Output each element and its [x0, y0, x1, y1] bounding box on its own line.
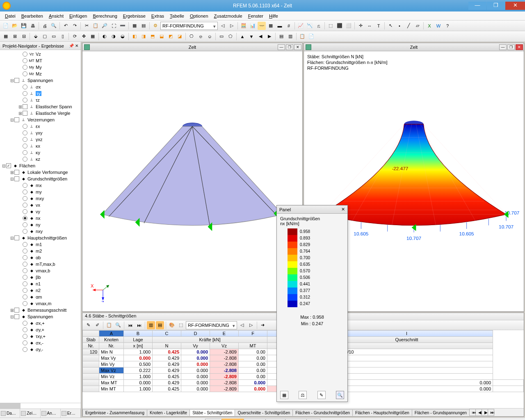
menu-berechnung[interactable]: Berechnung [90, 13, 119, 19]
status-raster[interactable]: RASTER [221, 419, 244, 420]
excel-icon[interactable]: X [425, 22, 434, 30]
results-icon[interactable]: 📊 [249, 22, 257, 30]
t2-g-icon[interactable]: ▲ [238, 32, 247, 41]
tb-go-icon[interactable]: ➜ [259, 321, 267, 329]
tree-item[interactable]: ◆n1 [0, 281, 81, 287]
tree-item[interactable]: ⊞◆Lokale Verformunge [0, 169, 81, 176]
select-poly-icon[interactable]: ⬠ [226, 32, 235, 41]
menu-optionen[interactable]: Optionen [187, 13, 211, 19]
view-min-icon[interactable]: — [499, 44, 507, 50]
tb-prev-icon[interactable]: ◁ [238, 321, 246, 329]
tree-item[interactable]: ◆σx,- [0, 340, 81, 346]
menu-fenster[interactable]: Fenster [246, 13, 266, 19]
t2-h-icon[interactable]: ▼ [247, 32, 256, 41]
cube4-icon[interactable]: ⬓ [158, 32, 166, 41]
t2-2-icon[interactable]: ⊞ [11, 32, 19, 41]
t2-b-icon[interactable]: ◑ [110, 32, 118, 41]
tb-copy-icon[interactable]: 📋 [105, 321, 113, 329]
cut-icon[interactable]: ✂ [82, 22, 91, 30]
dim-icon[interactable]: ↔ [365, 22, 374, 30]
view-max-icon[interactable]: ❐ [507, 44, 515, 50]
values-icon[interactable]: # [285, 22, 293, 30]
view-min-icon[interactable]: — [278, 44, 285, 50]
nav-next-icon[interactable]: ▷ [228, 22, 236, 30]
tree-item[interactable]: ⊟◆Flächen [0, 162, 81, 169]
pointer-icon[interactable]: ↖ [386, 22, 395, 30]
tool-c-icon[interactable]: ⬜ [345, 22, 353, 30]
t2-1-icon[interactable]: ▦ [2, 32, 10, 41]
view-max-icon[interactable]: ❐ [286, 44, 293, 50]
grid-tab[interactable]: Ergebnisse - Zusammenfassung [82, 409, 147, 416]
tree-item[interactable]: ⊥κx [0, 143, 81, 149]
menu-einfügen[interactable]: Einfügen [67, 13, 89, 19]
tree-item[interactable]: ◆σy,+ [0, 326, 81, 333]
grid-tab-nav[interactable]: ⏭ [488, 409, 494, 416]
pin-icon[interactable]: 📌 ✕ [69, 43, 78, 48]
tb-first-icon[interactable]: ⏮ [126, 321, 134, 329]
tb-next-icon[interactable]: ▷ [247, 321, 255, 329]
tree-item[interactable]: ◆αb [0, 254, 81, 261]
menu-extras[interactable]: Extras [149, 13, 167, 19]
panel-tool2-icon[interactable]: ⚖ [299, 391, 307, 399]
tree-item[interactable]: ◆αm [0, 294, 81, 300]
calc-icon[interactable]: 🧮 [240, 22, 248, 30]
menu-zusatzmodule[interactable]: Zusatzmodule [212, 13, 245, 19]
tree-item[interactable]: ⊥σx [0, 84, 81, 90]
tree-item[interactable]: ◆ny [0, 221, 81, 228]
table-module-combo[interactable]: RF-FORMFINDUNG [186, 321, 237, 329]
tree-item[interactable]: ⊥τz [0, 97, 81, 103]
nav-tab[interactable]: An… [41, 409, 61, 418]
grid-tab[interactable]: Flächen - Grundschnittgrößen [292, 409, 353, 416]
tb-last-icon[interactable]: ⏭ [135, 321, 143, 329]
view-top-icon[interactable]: ▢ [41, 32, 49, 41]
menu-bearbeiten[interactable]: Bearbeiten [19, 13, 46, 19]
tree-item[interactable]: ⊥τy [0, 90, 81, 97]
view-close-icon[interactable]: ✕ [294, 44, 301, 50]
saveall-icon[interactable]: 🖶 [29, 22, 37, 30]
zoom-fit-icon[interactable]: ⛶ [110, 22, 118, 30]
open-icon[interactable]: 📂 [11, 22, 19, 30]
module-combo[interactable]: RF-FORMFINDUNG [160, 22, 218, 30]
solid-icon[interactable]: ▬ [276, 22, 284, 30]
nav-tab[interactable]: Zei… [20, 409, 40, 418]
tree-item[interactable]: ◆vmax,b [0, 267, 81, 274]
rotate-icon[interactable]: ⟳ [71, 32, 79, 41]
nav-tab[interactable]: Da… [0, 409, 20, 418]
tree-item[interactable]: ⊥εx [0, 123, 81, 130]
cube3-icon[interactable]: ⬒ [148, 32, 157, 41]
module-icon[interactable]: ⚙ [151, 22, 160, 30]
text-icon[interactable]: T [374, 22, 383, 30]
tb-export-icon[interactable]: ⬚ [177, 321, 185, 329]
grid-tab-nav[interactable]: ▶ [482, 409, 488, 416]
panel-tool3-icon[interactable]: ✎ [317, 391, 326, 399]
menu-hilfe[interactable]: Hilfe [267, 13, 281, 19]
tree-item[interactable]: ◆vmax,m [0, 300, 81, 307]
tree-item[interactable]: ⊞◆Bemessungsschnitt [0, 307, 81, 313]
nav-tab[interactable]: Er… [61, 409, 81, 418]
menu-ergebnisse[interactable]: Ergebnisse [121, 13, 148, 19]
table-tabs[interactable]: Ergebnisse - ZusammenfassungKnoten - Lag… [82, 408, 524, 416]
tree-item[interactable]: ◆my [0, 189, 81, 195]
grid-tab[interactable]: Flächen - Grundspannungen [412, 409, 470, 416]
tree-item[interactable]: ⊟◆Hauptschnittgrößen [0, 235, 81, 241]
report-icon[interactable]: 📋 [298, 32, 306, 41]
tree-item[interactable]: ◆mx [0, 182, 81, 189]
grid-tab-nav[interactable]: ◀ [475, 409, 482, 416]
t2-j-icon[interactable]: ▶ [265, 32, 274, 41]
help-icon[interactable]: ? [443, 22, 452, 30]
tree-item[interactable]: ◆σy,- [0, 346, 81, 353]
tree-item[interactable]: ⊟⊥Verzerrungen [0, 116, 81, 123]
panel-tool4-icon[interactable]: 🔍 [336, 391, 344, 399]
tree-item[interactable]: ◆βb [0, 274, 81, 281]
mesh-icon[interactable]: ▦ [267, 22, 275, 30]
tree-item[interactable]: ⊟⊥Spannungen [0, 77, 81, 84]
legend-icon[interactable]: ▥ [286, 32, 294, 41]
print-report-icon[interactable]: 📄 [307, 32, 315, 41]
close-button[interactable]: ✕ [505, 2, 525, 10]
tree-item[interactable]: ⊟◆Spannungen [0, 313, 81, 320]
tree-item[interactable]: ◆mT,max,b [0, 261, 81, 267]
axis-icon[interactable]: ✛ [356, 22, 365, 30]
tb-edit-icon[interactable]: ✎ [84, 321, 92, 329]
canvas-left[interactable]: XZ [82, 51, 302, 311]
surface-icon[interactable]: ▱ [413, 22, 422, 30]
